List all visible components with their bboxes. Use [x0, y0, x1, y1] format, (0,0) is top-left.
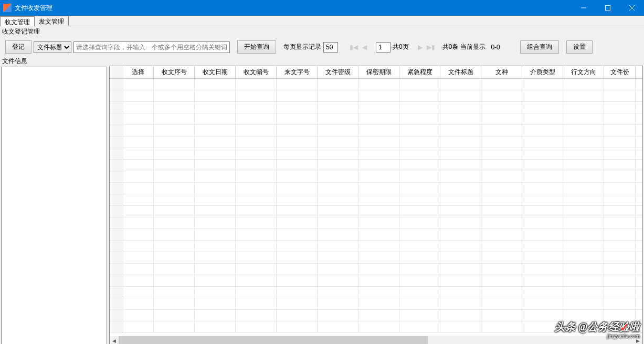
column-header[interactable]: 文件密级: [318, 66, 358, 78]
grid-cell: [236, 264, 277, 275]
grid-cell: [440, 171, 481, 182]
maximize-button[interactable]: [596, 0, 620, 16]
grid-cell: [358, 171, 399, 182]
scroll-left-icon[interactable]: ◀: [110, 336, 119, 344]
grid-cell: [195, 79, 236, 90]
grid-cell: [481, 287, 522, 298]
table-row[interactable]: [110, 183, 642, 194]
grid-cell: [154, 310, 195, 321]
table-row[interactable]: [110, 148, 642, 160]
table-row[interactable]: [110, 137, 642, 148]
table-row[interactable]: [110, 264, 642, 275]
next-page-icon[interactable]: ▶: [416, 43, 425, 51]
grid-cell: [154, 148, 195, 159]
grid-cell: [122, 125, 154, 136]
column-header[interactable]: 文件标题: [440, 66, 481, 78]
grid-cell: [604, 217, 636, 228]
search-input[interactable]: [73, 41, 230, 53]
table-row[interactable]: [110, 310, 642, 321]
grid-cell: [122, 206, 154, 217]
grid-cell: [122, 310, 154, 321]
column-header[interactable]: 介质类型: [522, 66, 563, 78]
start-query-button[interactable]: 开始查询: [237, 40, 276, 54]
table-row[interactable]: [110, 287, 642, 298]
table-row[interactable]: [110, 217, 642, 229]
tab-send[interactable]: 发文管理: [34, 16, 69, 26]
row-header: [110, 102, 122, 113]
table-row[interactable]: [110, 79, 642, 90]
page-input[interactable]: [376, 42, 390, 53]
tab-receive[interactable]: 收文管理: [0, 16, 35, 26]
column-header[interactable]: 收文日期: [195, 66, 236, 78]
scroll-thumb[interactable]: [119, 336, 428, 344]
grid-cell: [481, 321, 522, 332]
page-size-input[interactable]: [323, 42, 338, 53]
grid-cell: [522, 183, 563, 194]
column-header[interactable]: 收文序号: [154, 66, 195, 78]
last-page-icon[interactable]: ▶▮: [427, 43, 435, 51]
column-header[interactable]: 来文字号: [277, 66, 318, 78]
grid-cell: [522, 79, 563, 90]
grid-cell: [122, 252, 154, 263]
grid-cell: [522, 102, 563, 113]
grid-cell: [522, 125, 563, 136]
table-row[interactable]: [110, 241, 642, 252]
table-row[interactable]: [110, 194, 642, 206]
column-header[interactable]: 行文方向: [563, 66, 604, 78]
grid-cell: [563, 217, 604, 228]
maximize-icon: [605, 5, 610, 11]
settings-button[interactable]: 设置: [566, 40, 593, 54]
table-row[interactable]: [110, 90, 642, 102]
sidebar-tree[interactable]: [1, 67, 107, 344]
grid-cell: [236, 217, 277, 228]
column-header[interactable]: 文种: [481, 66, 522, 78]
column-header[interactable]: 选择: [122, 66, 154, 78]
scroll-track[interactable]: [119, 336, 634, 344]
prev-page-icon[interactable]: ◀: [360, 43, 368, 51]
table-row[interactable]: [110, 102, 642, 113]
combo-query-button[interactable]: 组合查询: [520, 40, 559, 54]
table-row[interactable]: [110, 125, 642, 137]
table-row[interactable]: [110, 298, 642, 310]
grid-cell: [358, 160, 399, 171]
table-row[interactable]: [110, 160, 642, 171]
grid-cell: [481, 79, 522, 90]
table-row[interactable]: [110, 321, 642, 333]
grid-cell: [440, 102, 481, 113]
field-select[interactable]: 文件标题: [34, 41, 71, 53]
register-button[interactable]: 登记: [5, 40, 31, 54]
grid-cell: [358, 275, 399, 286]
grid-cell: [604, 264, 636, 275]
grid-cell: [318, 113, 358, 124]
column-header[interactable]: 保密期限: [358, 66, 399, 78]
table-row[interactable]: [110, 229, 642, 241]
first-page-icon[interactable]: ▮◀: [350, 43, 358, 51]
grid-cell: [604, 171, 636, 182]
grid-cell: [236, 79, 277, 90]
horizontal-scrollbar[interactable]: ◀ ▶: [110, 336, 642, 344]
row-header: [110, 183, 122, 194]
scroll-right-icon[interactable]: ▶: [634, 336, 642, 344]
data-grid[interactable]: 选择收文序号收文日期收文编号来文字号文件密级保密期限紧急程度文件标题文种介质类型…: [109, 66, 643, 344]
grid-cell: [154, 125, 195, 136]
table-row[interactable]: [110, 171, 642, 183]
close-button[interactable]: [620, 0, 644, 16]
table-row[interactable]: [110, 275, 642, 287]
grid-cell: [154, 217, 195, 228]
column-header[interactable]: 文件份: [604, 66, 636, 78]
column-header[interactable]: 紧急程度: [399, 66, 440, 78]
grid-cell: [440, 241, 481, 252]
table-row[interactable]: [110, 206, 642, 217]
row-header: [110, 171, 122, 182]
minimize-button[interactable]: [572, 0, 596, 16]
column-header[interactable]: 收文编号: [236, 66, 277, 78]
table-row[interactable]: [110, 113, 642, 125]
grid-cell: [122, 275, 154, 286]
grid-cell: [604, 113, 636, 124]
grid-cell: [522, 310, 563, 321]
grid-cell: [440, 113, 481, 124]
grid-cell: [154, 79, 195, 90]
grid-cell: [481, 229, 522, 240]
table-row[interactable]: [110, 252, 642, 264]
grid-cell: [195, 183, 236, 194]
